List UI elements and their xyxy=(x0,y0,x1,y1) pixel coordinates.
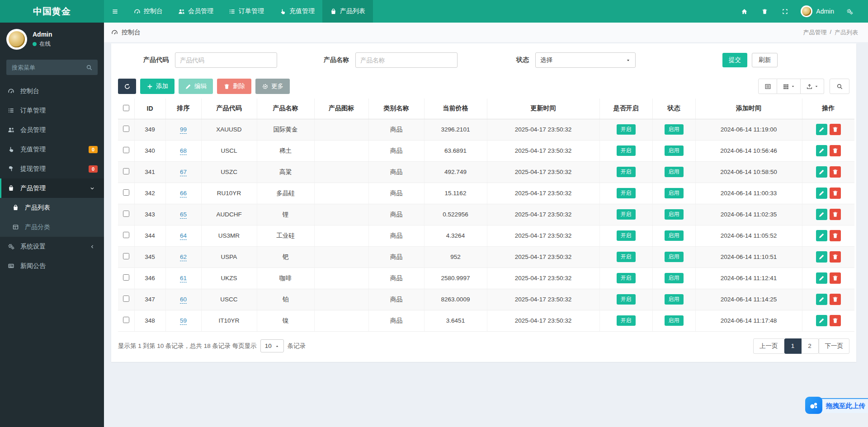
home-button[interactable] xyxy=(734,0,755,23)
row-edit-button[interactable] xyxy=(816,294,827,305)
row-edit-button[interactable] xyxy=(816,272,827,284)
prev-page-button[interactable]: 上一页 xyxy=(753,338,784,354)
row-edit-button[interactable] xyxy=(816,166,827,178)
row-delete-button[interactable] xyxy=(830,145,841,156)
user-menu-button[interactable]: Admin xyxy=(795,5,840,17)
enabled-badge[interactable]: 开启 xyxy=(617,124,636,135)
sidebar-item-list[interactable]: 订单管理 xyxy=(0,101,104,120)
status-badge[interactable]: 启用 xyxy=(665,294,684,305)
export-button[interactable] xyxy=(801,79,824,94)
row-checkbox[interactable] xyxy=(123,296,129,302)
row-edit-button[interactable] xyxy=(816,315,827,326)
row-checkbox[interactable] xyxy=(123,274,129,281)
enabled-badge[interactable]: 开启 xyxy=(617,230,636,241)
detail-view-button[interactable] xyxy=(758,79,777,94)
sidebar-item-hand-down[interactable]: 提现管理0 xyxy=(0,159,104,178)
row-edit-button[interactable] xyxy=(816,209,827,220)
row-delete-button[interactable] xyxy=(830,209,841,220)
top-nav-item[interactable]: 订单管理 xyxy=(221,0,272,23)
sidebar-item-users[interactable]: 会员管理 xyxy=(0,120,104,140)
per-page-select[interactable]: 10 xyxy=(260,339,284,352)
row-delete-button[interactable] xyxy=(830,294,841,305)
sidebar-item-cogs[interactable]: 系统设置 xyxy=(0,237,104,256)
row-checkbox[interactable] xyxy=(123,147,129,153)
select-all-checkbox[interactable] xyxy=(123,105,129,111)
refresh-filter-button[interactable]: 刷新 xyxy=(752,53,778,67)
status-badge[interactable]: 启用 xyxy=(665,167,684,177)
sidebar-subitem-bag[interactable]: 产品列表 xyxy=(0,198,104,217)
sort-editable-link[interactable]: 59 xyxy=(180,317,187,325)
sort-editable-link[interactable]: 99 xyxy=(180,126,187,134)
breadcrumb-parent[interactable]: 产品管理 xyxy=(803,28,826,37)
sidebar-item-bag[interactable]: 产品管理 xyxy=(0,178,104,198)
next-page-button[interactable]: 下一页 xyxy=(819,338,850,354)
row-edit-button[interactable] xyxy=(816,230,827,241)
enabled-badge[interactable]: 开启 xyxy=(617,209,636,220)
add-button[interactable]: 添加 xyxy=(140,79,175,94)
enabled-badge[interactable]: 开启 xyxy=(617,273,636,283)
reload-table-button[interactable] xyxy=(118,79,136,94)
top-nav-item[interactable]: 控制台 xyxy=(126,0,170,23)
status-badge[interactable]: 启用 xyxy=(665,273,684,283)
sort-editable-link[interactable]: 65 xyxy=(180,211,187,219)
product-name-input[interactable] xyxy=(355,52,458,68)
status-badge[interactable]: 启用 xyxy=(665,252,684,262)
row-delete-button[interactable] xyxy=(830,166,841,178)
sort-editable-link[interactable]: 64 xyxy=(180,232,187,240)
search-icon[interactable] xyxy=(86,64,93,71)
row-edit-button[interactable] xyxy=(816,251,827,263)
submit-button[interactable]: 提交 xyxy=(722,53,747,67)
more-button[interactable]: 更多 xyxy=(255,79,290,94)
row-checkbox[interactable] xyxy=(123,126,129,132)
row-delete-button[interactable] xyxy=(830,230,841,241)
table-search-button[interactable] xyxy=(830,79,849,94)
enabled-badge[interactable]: 开启 xyxy=(617,188,636,198)
top-nav-item[interactable]: 充值管理 xyxy=(272,0,322,23)
sort-editable-link[interactable]: 61 xyxy=(180,275,187,282)
sort-editable-link[interactable]: 62 xyxy=(180,253,187,261)
status-badge[interactable]: 启用 xyxy=(665,230,684,241)
upload-dropzone[interactable]: 拖拽至此上传 xyxy=(805,397,868,414)
status-badge[interactable]: 启用 xyxy=(665,188,684,198)
edit-button[interactable]: 编辑 xyxy=(179,79,213,94)
row-delete-button[interactable] xyxy=(830,315,841,326)
row-delete-button[interactable] xyxy=(830,251,841,263)
sidebar-item-news[interactable]: 新闻公告 xyxy=(0,256,104,276)
top-nav-item[interactable]: 产品列表 xyxy=(322,0,373,23)
row-checkbox[interactable] xyxy=(123,253,129,259)
sort-editable-link[interactable]: 66 xyxy=(180,190,187,197)
enabled-badge[interactable]: 开启 xyxy=(617,167,636,177)
enabled-badge[interactable]: 开启 xyxy=(617,145,636,156)
row-checkbox[interactable] xyxy=(123,168,129,174)
row-edit-button[interactable] xyxy=(816,145,827,156)
enabled-badge[interactable]: 开启 xyxy=(617,315,636,326)
row-edit-button[interactable] xyxy=(816,124,827,135)
sidebar-search-input[interactable] xyxy=(6,60,98,75)
fullscreen-button[interactable] xyxy=(775,0,795,23)
row-delete-button[interactable] xyxy=(830,188,841,199)
row-edit-button[interactable] xyxy=(816,188,827,199)
row-delete-button[interactable] xyxy=(830,272,841,284)
row-delete-button[interactable] xyxy=(830,124,841,135)
row-checkbox[interactable] xyxy=(123,189,129,196)
page-number-button[interactable]: 2 xyxy=(802,338,819,354)
status-badge[interactable]: 启用 xyxy=(665,124,684,135)
row-checkbox[interactable] xyxy=(123,211,129,217)
sidebar-item-hand[interactable]: 充值管理0 xyxy=(0,140,104,159)
status-badge[interactable]: 启用 xyxy=(665,209,684,220)
enabled-badge[interactable]: 开启 xyxy=(617,294,636,305)
row-checkbox[interactable] xyxy=(123,232,129,238)
page-number-button[interactable]: 1 xyxy=(784,338,802,354)
columns-button[interactable] xyxy=(777,79,801,94)
delete-button[interactable]: 删除 xyxy=(217,79,251,94)
top-nav-item[interactable]: 会员管理 xyxy=(170,0,221,23)
sort-editable-link[interactable]: 60 xyxy=(180,296,187,304)
enabled-badge[interactable]: 开启 xyxy=(617,252,636,262)
sidebar-item-gauge[interactable]: 控制台 xyxy=(0,81,104,101)
settings-button[interactable] xyxy=(840,0,860,23)
clear-cache-button[interactable] xyxy=(755,0,775,23)
sidebar-toggle-button[interactable] xyxy=(104,0,126,23)
sidebar-subitem-grid[interactable]: 产品分类 xyxy=(0,217,104,237)
status-select[interactable]: 选择 xyxy=(535,52,636,68)
row-checkbox[interactable] xyxy=(123,317,129,323)
